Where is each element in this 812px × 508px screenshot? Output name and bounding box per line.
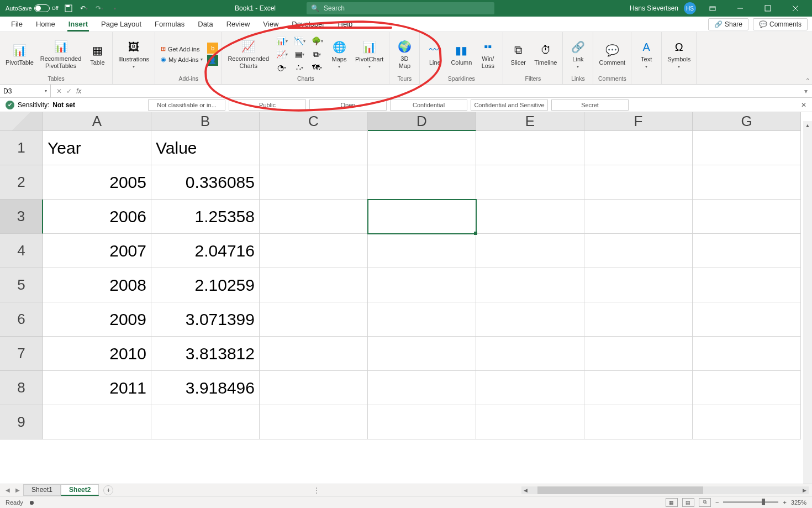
close-sensitivity-button[interactable]: ✕ <box>801 101 806 109</box>
collapse-ribbon-button[interactable]: ⌃ <box>805 77 810 83</box>
sensitivity-option[interactable]: Public <box>229 99 306 111</box>
stat-chart-button[interactable]: 📈▾ <box>273 48 290 60</box>
row-header-9[interactable]: 9 <box>0 405 43 439</box>
row-header-5[interactable]: 5 <box>0 268 43 302</box>
cell-D7[interactable] <box>368 337 476 371</box>
cell-C4[interactable] <box>260 234 368 268</box>
sensitivity-option[interactable]: Secret <box>551 99 629 111</box>
cell-A9[interactable] <box>43 405 151 439</box>
user-avatar[interactable]: HS <box>684 2 696 14</box>
cell-C3[interactable] <box>260 200 368 234</box>
column-header-E[interactable]: E <box>476 112 584 131</box>
cell-G3[interactable] <box>693 200 801 234</box>
tab-data[interactable]: Data <box>191 17 219 32</box>
cell-F6[interactable] <box>584 302 693 337</box>
cell-G7[interactable] <box>693 337 801 371</box>
cell-F3[interactable] <box>584 200 693 234</box>
cell-C2[interactable] <box>260 165 368 200</box>
scatter-chart-button[interactable]: ∴▾ <box>291 61 308 74</box>
share-button[interactable]: 🔗Share <box>708 18 748 30</box>
cell-G4[interactable] <box>693 234 801 268</box>
autosave-toggle[interactable]: AutoSave Off <box>6 4 59 12</box>
enter-formula-button[interactable]: ✓ <box>66 87 72 95</box>
recommended-charts-button[interactable]: 📈Recommended Charts <box>225 38 271 70</box>
cell-A6[interactable]: 2009 <box>43 302 151 337</box>
horizontal-scrollbar[interactable]: ◀ ▶ <box>521 486 809 494</box>
map-chart-button[interactable]: 🗺▾ <box>309 61 325 74</box>
cell-B3[interactable]: 1.25358 <box>151 200 260 234</box>
sheet-tab-sheet1[interactable]: Sheet1 <box>23 484 61 496</box>
cell-B6[interactable]: 3.071399 <box>151 302 260 337</box>
maps-button[interactable]: 🌐Maps▾ <box>328 38 351 70</box>
column-header-G[interactable]: G <box>693 112 801 131</box>
cell-A1[interactable]: Year <box>43 131 151 165</box>
hierarchy-chart-button[interactable]: 🌳▾ <box>309 35 325 47</box>
sensitivity-option[interactable]: Open <box>309 99 387 111</box>
cell-B5[interactable]: 2.10259 <box>151 268 260 302</box>
column-header-A[interactable]: A <box>43 112 151 131</box>
line-chart-button[interactable]: 📉▾ <box>291 35 308 47</box>
pivottable-button[interactable]: 📊PivotTable <box>3 41 36 67</box>
comment-button[interactable]: 💬Comment <box>597 41 628 67</box>
cell-F5[interactable] <box>584 268 693 302</box>
bing-maps-button[interactable]: b <box>207 43 218 54</box>
select-all-button[interactable] <box>0 112 43 131</box>
customize-qat-button[interactable]: ▾ <box>109 3 120 14</box>
tab-file[interactable]: File <box>4 17 29 32</box>
name-box[interactable]: D3▾ <box>0 85 51 97</box>
pivotchart-button[interactable]: 📊PivotChart▾ <box>353 38 386 70</box>
tab-view[interactable]: View <box>256 17 285 32</box>
cell-E1[interactable] <box>476 131 584 165</box>
minimize-button[interactable] <box>729 0 751 17</box>
vertical-scrollbar[interactable]: ▲ <box>803 121 812 484</box>
row-header-6[interactable]: 6 <box>0 302 43 337</box>
tab-help[interactable]: Help <box>331 17 360 32</box>
cell-F4[interactable] <box>584 234 693 268</box>
scrollbar-thumb[interactable] <box>537 486 703 494</box>
cell-F8[interactable] <box>584 371 693 405</box>
cell-G2[interactable] <box>693 165 801 200</box>
link-button[interactable]: 🔗Link▾ <box>566 38 589 70</box>
cell-E8[interactable] <box>476 371 584 405</box>
tab-review[interactable]: Review <box>220 17 257 32</box>
cell-G1[interactable] <box>693 131 801 165</box>
cell-A5[interactable]: 2008 <box>43 268 151 302</box>
cancel-formula-button[interactable]: ✕ <box>56 87 62 95</box>
undo-button[interactable]: ↶ ▾ <box>78 3 89 14</box>
close-button[interactable] <box>784 0 806 17</box>
tab-developer[interactable]: Developer <box>285 17 331 32</box>
sensitivity-option[interactable]: Confidential and Sensitive <box>471 99 548 111</box>
zoom-in-button[interactable]: + <box>783 499 786 506</box>
cell-A4[interactable]: 2007 <box>43 234 151 268</box>
tab-insert[interactable]: Insert <box>62 17 94 32</box>
page-layout-view-button[interactable]: ▤ <box>682 498 694 507</box>
sheet-tab-sheet2[interactable]: Sheet2 <box>61 484 99 496</box>
page-break-view-button[interactable]: ⧉ <box>699 498 711 507</box>
cell-C8[interactable] <box>260 371 368 405</box>
sparkline-column-button[interactable]: ▮▮Column <box>449 41 474 67</box>
cell-A3[interactable]: 2006 <box>43 200 151 234</box>
fx-button[interactable]: fx <box>76 87 81 95</box>
cell-B2[interactable]: 0.336085 <box>151 165 260 200</box>
cell-F1[interactable] <box>584 131 693 165</box>
column-header-C[interactable]: C <box>260 112 368 131</box>
cell-C9[interactable] <box>260 405 368 439</box>
row-header-2[interactable]: 2 <box>0 165 43 200</box>
cell-D3[interactable] <box>368 200 476 234</box>
cell-E7[interactable] <box>476 337 584 371</box>
cell-E4[interactable] <box>476 234 584 268</box>
cell-E6[interactable] <box>476 302 584 337</box>
my-addins-button[interactable]: ◉My Add-ins▾ <box>159 55 205 64</box>
cell-D9[interactable] <box>368 405 476 439</box>
zoom-out-button[interactable]: − <box>715 499 719 506</box>
cell-C1[interactable] <box>260 131 368 165</box>
cell-C5[interactable] <box>260 268 368 302</box>
normal-view-button[interactable]: ▦ <box>666 498 678 507</box>
cell-F7[interactable] <box>584 337 693 371</box>
cell-D2[interactable] <box>368 165 476 200</box>
tab-home[interactable]: Home <box>29 17 62 32</box>
column-header-F[interactable]: F <box>584 112 693 131</box>
cell-A7[interactable]: 2010 <box>43 337 151 371</box>
cell-E5[interactable] <box>476 268 584 302</box>
cell-D5[interactable] <box>368 268 476 302</box>
